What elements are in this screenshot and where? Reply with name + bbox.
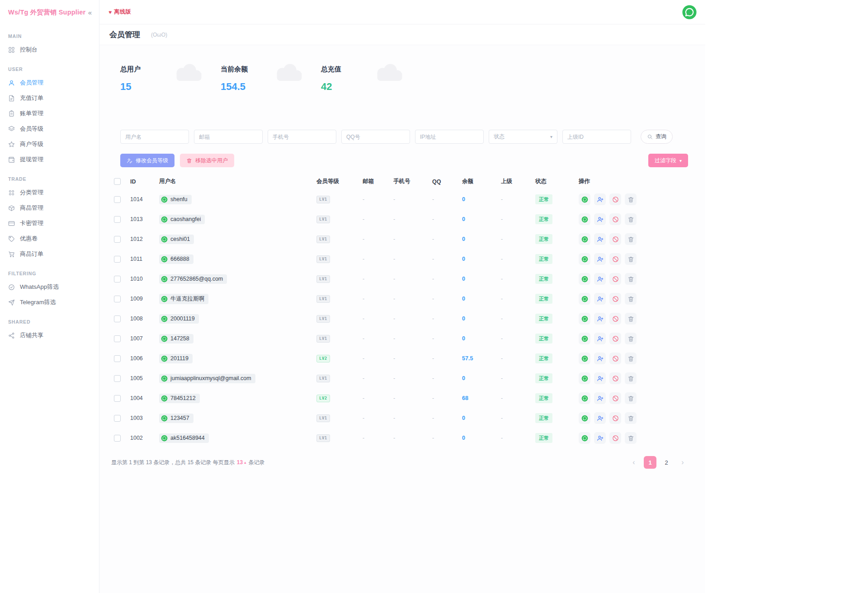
sidebar-item[interactable]: 商品订单 [0, 246, 99, 262]
parent-id-filter-input[interactable] [562, 130, 631, 144]
delete-action-icon[interactable] [625, 372, 637, 384]
delete-action-icon[interactable] [625, 233, 637, 245]
whatsapp-action-icon[interactable] [579, 313, 590, 325]
edit-user-action-icon[interactable] [594, 412, 606, 424]
row-checkbox[interactable] [114, 256, 121, 263]
username-pill[interactable]: shenfu [159, 195, 192, 204]
whatsapp-action-icon[interactable] [579, 392, 590, 404]
whatsapp-action-icon[interactable] [579, 193, 590, 205]
sidebar-item[interactable]: 店铺共享 [0, 328, 99, 343]
username-pill[interactable]: jumiaapplinuxmysql@gmail.com [159, 374, 255, 383]
edit-user-action-icon[interactable] [594, 333, 606, 344]
row-checkbox[interactable] [114, 355, 121, 362]
ban-action-icon[interactable] [609, 392, 621, 404]
row-checkbox[interactable] [114, 335, 121, 342]
delete-action-icon[interactable] [625, 253, 637, 265]
row-checkbox[interactable] [114, 236, 121, 243]
whatsapp-action-icon[interactable] [579, 372, 590, 384]
ban-action-icon[interactable] [609, 313, 621, 325]
username-pill[interactable]: 147258 [159, 334, 193, 344]
edit-user-action-icon[interactable] [594, 213, 606, 225]
ban-action-icon[interactable] [609, 233, 621, 245]
select-all-checkbox[interactable] [114, 178, 121, 185]
ban-action-icon[interactable] [609, 432, 621, 444]
username-pill[interactable]: ak516458944 [159, 433, 209, 443]
sidebar-item[interactable]: 分类管理 [0, 185, 99, 200]
edit-user-action-icon[interactable] [594, 432, 606, 444]
username-pill[interactable]: 78451212 [159, 394, 200, 403]
row-checkbox[interactable] [114, 315, 121, 322]
sidebar-item[interactable]: 账单管理 [0, 106, 99, 121]
ban-action-icon[interactable] [609, 193, 621, 205]
whatsapp-avatar-icon[interactable] [682, 5, 697, 20]
ban-action-icon[interactable] [609, 353, 621, 364]
filter-fields-button[interactable]: 过滤字段 ▾ [648, 154, 688, 167]
whatsapp-action-icon[interactable] [579, 293, 590, 305]
whatsapp-action-icon[interactable] [579, 213, 590, 225]
delete-action-icon[interactable] [625, 353, 637, 364]
delete-action-icon[interactable] [625, 273, 637, 285]
edit-user-action-icon[interactable] [594, 313, 606, 325]
sidebar-collapse-icon[interactable]: « [88, 9, 92, 16]
ban-action-icon[interactable] [609, 273, 621, 285]
sidebar-item[interactable]: Telegram筛选 [0, 295, 99, 310]
edit-user-action-icon[interactable] [594, 372, 606, 384]
edit-user-action-icon[interactable] [594, 193, 606, 205]
username-pill[interactable]: 牛逼克拉斯啊 [159, 294, 208, 304]
username-pill[interactable]: ceshi01 [159, 235, 194, 244]
row-checkbox[interactable] [114, 375, 121, 382]
remove-selected-users-button[interactable]: 移除选中用户 [180, 154, 234, 167]
edit-user-action-icon[interactable] [594, 233, 606, 245]
search-button[interactable]: 查询 [641, 130, 673, 144]
edit-user-action-icon[interactable] [594, 392, 606, 404]
whatsapp-action-icon[interactable] [579, 273, 590, 285]
row-checkbox[interactable] [114, 196, 121, 203]
whatsapp-action-icon[interactable] [579, 353, 590, 364]
delete-action-icon[interactable] [625, 333, 637, 344]
delete-action-icon[interactable] [625, 392, 637, 404]
pagination-next-button[interactable]: › [676, 456, 689, 469]
sidebar-item[interactable]: 商品管理 [0, 200, 99, 216]
delete-action-icon[interactable] [625, 313, 637, 325]
row-checkbox[interactable] [114, 415, 121, 422]
sidebar-item[interactable]: WhatsApp筛选 [0, 279, 99, 295]
sidebar-item[interactable]: 卡密管理 [0, 216, 99, 231]
ban-action-icon[interactable] [609, 293, 621, 305]
whatsapp-action-icon[interactable] [579, 412, 590, 424]
sidebar-item[interactable]: 商户等级 [0, 136, 99, 152]
ban-action-icon[interactable] [609, 412, 621, 424]
whatsapp-action-icon[interactable] [579, 333, 590, 344]
ban-action-icon[interactable] [609, 333, 621, 344]
edit-member-level-button[interactable]: 修改会员等级 [120, 154, 175, 167]
delete-action-icon[interactable] [625, 412, 637, 424]
sidebar-item[interactable]: 提现管理 [0, 152, 99, 167]
ban-action-icon[interactable] [609, 253, 621, 265]
email-filter-input[interactable] [194, 130, 263, 144]
username-pill[interactable]: caoshangfei [159, 215, 205, 224]
pagination-page-button[interactable]: 2 [660, 456, 673, 469]
ban-action-icon[interactable] [609, 213, 621, 225]
delete-action-icon[interactable] [625, 193, 637, 205]
username-pill[interactable]: 20001119 [159, 314, 199, 324]
edit-user-action-icon[interactable] [594, 293, 606, 305]
username-pill[interactable]: 123457 [159, 414, 193, 423]
username-pill[interactable]: 666888 [159, 254, 193, 264]
qq-filter-input[interactable] [341, 130, 410, 144]
page-size-select[interactable]: 13 ▴ [237, 459, 246, 466]
row-checkbox[interactable] [114, 395, 121, 402]
ip-filter-input[interactable] [415, 130, 484, 144]
edit-user-action-icon[interactable] [594, 353, 606, 364]
status-filter-select[interactable]: 状态 ▾ [489, 130, 557, 144]
row-checkbox[interactable] [114, 216, 121, 223]
row-checkbox[interactable] [114, 296, 121, 302]
sidebar-item[interactable]: 会员等级 [0, 121, 99, 136]
edit-user-action-icon[interactable] [594, 273, 606, 285]
phone-filter-input[interactable] [268, 130, 336, 144]
username-filter-input[interactable] [120, 130, 189, 144]
pagination-page-button[interactable]: 1 [644, 456, 656, 469]
whatsapp-action-icon[interactable] [579, 432, 590, 444]
username-pill[interactable]: 201119 [159, 354, 193, 363]
delete-action-icon[interactable] [625, 432, 637, 444]
delete-action-icon[interactable] [625, 293, 637, 305]
row-checkbox[interactable] [114, 435, 121, 442]
